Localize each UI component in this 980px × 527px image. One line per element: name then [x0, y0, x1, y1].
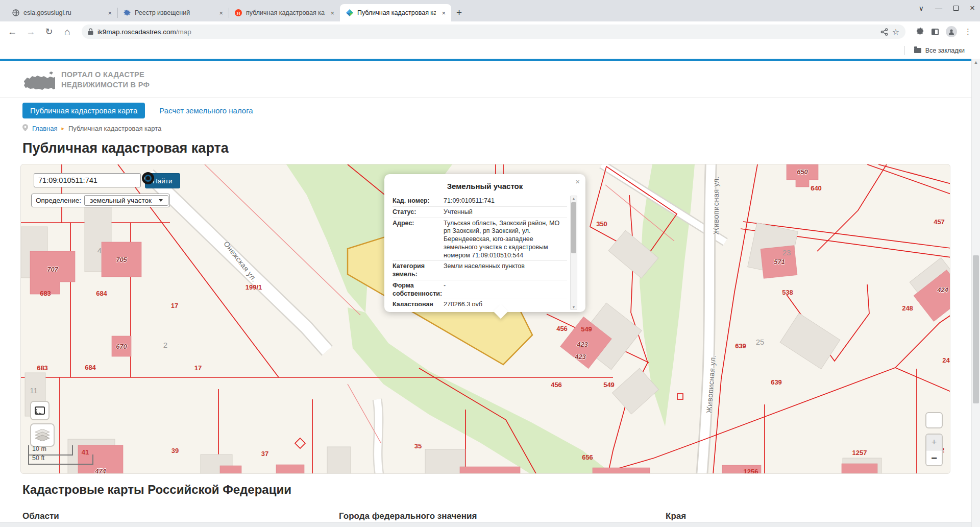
- map-label: 538: [782, 289, 793, 296]
- emblem-favicon: [124, 9, 131, 16]
- popup-scrollbar[interactable]: ▲ ▼: [570, 196, 577, 310]
- fullscreen-button[interactable]: [925, 412, 943, 428]
- map-label: 23: [782, 248, 791, 257]
- scrollbar-up-icon[interactable]: ▲: [972, 59, 980, 65]
- map-label: 457: [934, 218, 945, 226]
- nav-item-1[interactable]: Расчет земельного налога: [159, 106, 253, 115]
- browser-menu-icon[interactable]: ⋮: [964, 27, 972, 36]
- popup-row: Форма собственности:-: [393, 280, 567, 300]
- search-input[interactable]: [34, 173, 141, 187]
- map-label: 683: [37, 364, 48, 372]
- footer-column-1: Города федерального значения: [339, 511, 666, 521]
- map-label: 640: [811, 184, 822, 192]
- popup-row-value: 71:09:010511:741: [444, 197, 567, 205]
- popup-close-icon[interactable]: ×: [575, 177, 580, 186]
- measure-tool-button[interactable]: [30, 401, 50, 420]
- definition-filter: Определение: земельный участок: [31, 194, 170, 207]
- bookmark-star-icon[interactable]: ☆: [892, 27, 899, 37]
- browser-tab-0[interactable]: esia.gosuslugi.ru×: [6, 4, 117, 21]
- minimize-button[interactable]: —: [935, 4, 942, 12]
- breadcrumb-home-link[interactable]: Главная: [32, 125, 57, 132]
- url-path: /map: [176, 28, 191, 36]
- map-label: 11: [30, 386, 38, 395]
- definition-label: Определение:: [36, 197, 81, 204]
- russia-map-logo: [22, 69, 55, 90]
- tab-close-icon[interactable]: ×: [440, 9, 447, 17]
- mouse-cursor: [142, 172, 154, 184]
- tab-close-icon[interactable]: ×: [329, 9, 336, 17]
- cadastral-map[interactable]: 7077054683684172199/16706836841711414743…: [20, 164, 950, 474]
- street-label: Живописная ул.: [705, 354, 717, 414]
- tab-close-icon[interactable]: ×: [217, 9, 225, 17]
- map-label: 248: [902, 304, 913, 312]
- browser-tab-1[interactable]: Реестр извещений×: [117, 4, 229, 21]
- tab-search-icon[interactable]: ∨: [919, 4, 924, 12]
- popup-row: Категория земель:Земли населенных пункто…: [393, 261, 567, 280]
- map-search: Найти: [34, 173, 180, 188]
- footer: Кадастровые карты Российской Федерации О…: [22, 483, 958, 521]
- nav-item-0[interactable]: Публичная кадастровая карта: [22, 103, 145, 118]
- ruler-icon: [35, 406, 45, 415]
- popup-row: Адрес:Тульская область, Заокский район, …: [393, 218, 567, 261]
- person-icon: [948, 28, 955, 35]
- definition-select[interactable]: земельный участок: [84, 195, 168, 206]
- map-label: 549: [581, 325, 592, 333]
- reload-button[interactable]: ↻: [42, 26, 56, 37]
- site-header: ПОРТАЛ О КАДАСТРЕ НЕДВИЖИМОСТИ В РФ: [0, 61, 980, 90]
- map-label: 670: [116, 343, 127, 350]
- share-icon[interactable]: [880, 28, 888, 36]
- logo-line2: НЕДВИЖИМОСТИ В РФ: [61, 80, 150, 90]
- scroll-up-icon[interactable]: ▲: [571, 197, 577, 200]
- map-label: 2: [163, 341, 167, 349]
- popup-rows: Кад. номер:71:09:010511:741Статус:Учтенн…: [393, 196, 577, 306]
- map-label: 684: [85, 364, 96, 371]
- popup-row-value: Земли населенных пунктов: [444, 262, 567, 279]
- layers-button[interactable]: [30, 423, 55, 447]
- page-scroll-thumb[interactable]: [973, 255, 979, 403]
- close-window-button[interactable]: ×: [970, 3, 975, 13]
- zoom-in-button[interactable]: +: [926, 435, 942, 450]
- scroll-thumb[interactable]: [571, 202, 576, 253]
- scroll-down-icon[interactable]: ▼: [571, 305, 577, 309]
- home-button[interactable]: ⌂: [60, 26, 75, 38]
- profile-avatar[interactable]: [946, 26, 957, 37]
- definition-value: земельный участок: [90, 197, 152, 204]
- page-scrollbar[interactable]: ▲: [971, 59, 980, 527]
- breadcrumb-current: Публичная кадастровая карта: [68, 125, 161, 132]
- pin-icon: [22, 124, 28, 133]
- browser-tab-2[interactable]: Япубличная кадастровая ка×: [229, 4, 340, 21]
- breadcrumb-arrow-icon: ▸: [61, 125, 64, 132]
- url-host: ik9map.roscadastres.com: [97, 28, 176, 36]
- map-label: 549: [603, 381, 615, 389]
- map-label: 35: [414, 442, 422, 450]
- street-label: Онежская ул.: [222, 239, 259, 283]
- map-label: 707: [47, 266, 58, 273]
- new-tab-button[interactable]: +: [456, 7, 462, 18]
- yandex-favicon: Я: [235, 9, 242, 16]
- zoom-out-button[interactable]: −: [926, 450, 942, 466]
- map-label: 456: [551, 381, 562, 389]
- tab-title: Реестр извещений: [135, 9, 213, 16]
- footer-column-2: Края: [666, 511, 686, 521]
- side-panel-icon[interactable]: [932, 29, 939, 35]
- browser-tab-3[interactable]: Публичная кадастровая ка×: [340, 4, 451, 21]
- map-label: 705: [116, 256, 127, 264]
- map-label: 424: [937, 286, 948, 294]
- horizontal-scrollbar[interactable]: [0, 522, 971, 527]
- popup-row-value: Учтенный: [444, 208, 567, 217]
- extensions-icon[interactable]: [916, 28, 924, 36]
- all-bookmarks-label[interactable]: Все закладки: [925, 47, 965, 54]
- scale-imperial: 50 ft: [28, 454, 93, 465]
- forward-button[interactable]: →: [23, 27, 38, 37]
- lock-icon: [88, 28, 93, 35]
- popup-row-label: Адрес:: [393, 220, 444, 260]
- zoom-control: + −: [925, 434, 943, 466]
- map-scale: 10 m 50 ft: [28, 445, 93, 465]
- svg-text:Я: Я: [237, 11, 240, 16]
- back-button[interactable]: ←: [5, 27, 19, 37]
- tab-title: esia.gosuslugi.ru: [23, 9, 102, 16]
- tab-close-icon[interactable]: ×: [106, 9, 113, 17]
- breadcrumb: Главная ▸ Публичная кадастровая карта: [0, 118, 980, 133]
- maximize-button[interactable]: [953, 6, 959, 11]
- address-bar[interactable]: ik9map.roscadastres.com/map ☆: [82, 25, 905, 39]
